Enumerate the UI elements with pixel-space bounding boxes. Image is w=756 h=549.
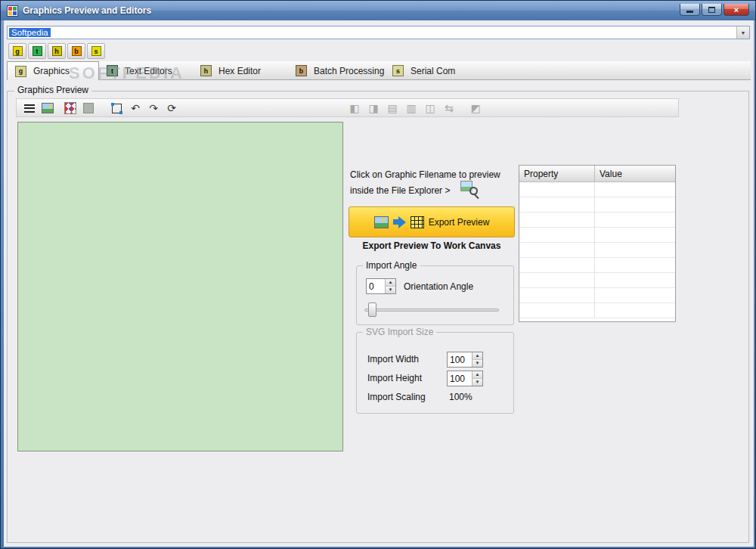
spin-down-button[interactable]: ▼ bbox=[472, 360, 482, 367]
serial-tab-icon: s bbox=[392, 65, 404, 76]
spin-up-button[interactable]: ▲ bbox=[472, 352, 482, 360]
cell-value bbox=[595, 243, 675, 257]
selection-icon bbox=[112, 104, 122, 113]
mirror-vertical-button[interactable]: ▥ bbox=[404, 101, 418, 115]
tab-graphics[interactable]: g Graphics bbox=[7, 61, 99, 80]
table-row[interactable] bbox=[519, 243, 675, 258]
cell-property bbox=[519, 303, 595, 318]
filename-combobox[interactable]: Softpedia ▼ bbox=[7, 26, 750, 39]
orientation-angle-slider[interactable] bbox=[364, 309, 499, 312]
mini-tab-text-editors[interactable]: t bbox=[28, 43, 46, 59]
tab-label: Batch Processing bbox=[314, 66, 384, 76]
cell-value bbox=[595, 197, 675, 212]
tab-label: Graphics bbox=[33, 66, 70, 76]
rotate-right-button[interactable]: ↷ bbox=[147, 101, 160, 115]
tab-serial-com[interactable]: s Serial Com bbox=[385, 61, 466, 80]
export-preview-button[interactable]: Export Preview bbox=[349, 206, 515, 237]
window-title: Graphics Preview and Editors bbox=[23, 5, 151, 16]
import-height-label: Import Height bbox=[367, 373, 422, 383]
hamburger-icon bbox=[24, 104, 35, 113]
batch-letter-icon: b bbox=[72, 46, 82, 56]
table-row[interactable] bbox=[519, 212, 675, 228]
tab-strip: g Graphics t Text Editors h Hex Editor b… bbox=[7, 61, 751, 80]
preview-canvas[interactable] bbox=[17, 122, 343, 451]
angle-spinbox[interactable]: 0 ▲ ▼ bbox=[366, 278, 396, 294]
import-scaling-label: Import Scaling bbox=[367, 392, 426, 402]
grid-canvas-icon bbox=[411, 216, 424, 228]
column-header-value: Value bbox=[595, 166, 627, 181]
mini-tab-graphics[interactable]: g bbox=[8, 43, 26, 59]
table-row[interactable] bbox=[519, 288, 675, 303]
table-row[interactable] bbox=[519, 182, 675, 197]
tab-text-editors[interactable]: t Text Editors bbox=[99, 61, 193, 80]
export-caption: Export Preview To Work Canvas bbox=[349, 240, 515, 251]
selection-bounds-button[interactable] bbox=[110, 101, 123, 115]
explorer-hint: Click on Graphic Filename to preview ins… bbox=[350, 167, 528, 199]
table-row[interactable] bbox=[519, 273, 675, 288]
cell-property bbox=[519, 212, 595, 227]
export-page-button[interactable]: ◩ bbox=[469, 101, 482, 115]
spin-down-button[interactable]: ▼ bbox=[472, 379, 482, 386]
spin-up-button[interactable]: ▲ bbox=[386, 279, 395, 287]
import-angle-title: Import Angle bbox=[363, 260, 420, 271]
slider-handle[interactable] bbox=[368, 302, 376, 317]
file-explorer-preview-icon bbox=[460, 179, 480, 198]
hint-line-2: inside the File Explorer > bbox=[350, 183, 528, 199]
maximize-button[interactable] bbox=[702, 4, 722, 16]
import-height-spinbox[interactable]: 100 ▲ ▼ bbox=[447, 371, 483, 386]
svg-import-size-title: SVG Import Size bbox=[363, 327, 436, 337]
cell-value bbox=[595, 212, 675, 227]
column-header-property: Property bbox=[519, 166, 595, 181]
frame-title: Graphics Preview bbox=[14, 85, 91, 95]
import-width-spinbox[interactable]: 100 ▲ ▼ bbox=[447, 352, 483, 368]
minimize-button[interactable] bbox=[680, 4, 700, 16]
rotate-left-button[interactable]: ↶ bbox=[129, 101, 142, 115]
mini-tab-hex-editor[interactable]: h bbox=[48, 43, 66, 59]
picture-icon bbox=[374, 216, 389, 228]
mirror-horizontal-button[interactable]: ▤ bbox=[386, 101, 399, 115]
hex-editor-letter-icon: h bbox=[52, 46, 62, 56]
graphics-tab-icon: g bbox=[15, 66, 26, 77]
flip-vertical-button[interactable]: ◨ bbox=[367, 101, 380, 115]
rotate-reset-button[interactable]: ⟳ bbox=[165, 101, 178, 115]
maximize-icon bbox=[708, 7, 715, 13]
cell-value bbox=[595, 228, 675, 242]
flip-horizontal-button[interactable]: ◧ bbox=[348, 101, 361, 115]
open-image-button[interactable] bbox=[41, 101, 54, 115]
table-row[interactable] bbox=[519, 197, 675, 212]
titlebar: Graphics Preview and Editors × bbox=[1, 1, 755, 20]
blank-canvas-button[interactable] bbox=[82, 101, 95, 115]
minimize-icon bbox=[686, 11, 693, 13]
mini-tab-serial-com[interactable]: s bbox=[87, 43, 105, 59]
magnifier-icon bbox=[469, 187, 478, 195]
tab-batch-processing[interactable]: b Batch Processing bbox=[288, 61, 385, 80]
cell-property bbox=[519, 182, 595, 197]
spin-up-button[interactable]: ▲ bbox=[472, 371, 482, 379]
swap-button[interactable]: ⇆ bbox=[442, 101, 456, 115]
app-window: Graphics Preview and Editors × Softpedia… bbox=[0, 0, 756, 549]
cell-value bbox=[595, 182, 675, 197]
split-view-button[interactable]: ◫ bbox=[423, 101, 437, 115]
close-button[interactable]: × bbox=[723, 4, 749, 16]
table-row[interactable] bbox=[519, 258, 675, 273]
orientation-angle-label: Orientation Angle bbox=[404, 281, 473, 292]
combobox-selected-text: Softpedia bbox=[9, 28, 51, 37]
arrow-right-icon bbox=[393, 216, 406, 228]
spin-down-button[interactable]: ▼ bbox=[386, 287, 395, 293]
hint-line-1: Click on Graphic Filename to preview bbox=[350, 167, 528, 183]
tab-label: Text Editors bbox=[125, 66, 172, 76]
chevron-down-icon[interactable]: ▼ bbox=[736, 26, 749, 39]
tab-label: Hex Editor bbox=[218, 66, 261, 76]
cell-property bbox=[519, 197, 595, 212]
table-row[interactable] bbox=[519, 228, 675, 243]
table-row[interactable] bbox=[519, 303, 675, 318]
import-angle-group: Import Angle 0 ▲ ▼ Orientation Angle bbox=[356, 265, 514, 325]
cell-value bbox=[595, 288, 675, 302]
graphics-letter-icon: g bbox=[13, 46, 23, 56]
pixel-grid-button[interactable] bbox=[64, 101, 77, 115]
tab-hex-editor[interactable]: h Hex Editor bbox=[193, 61, 288, 80]
mini-tab-batch-processing[interactable]: b bbox=[67, 43, 85, 59]
cell-value bbox=[595, 303, 675, 318]
import-scaling-value: 100% bbox=[449, 392, 472, 402]
menu-button[interactable] bbox=[23, 101, 36, 115]
